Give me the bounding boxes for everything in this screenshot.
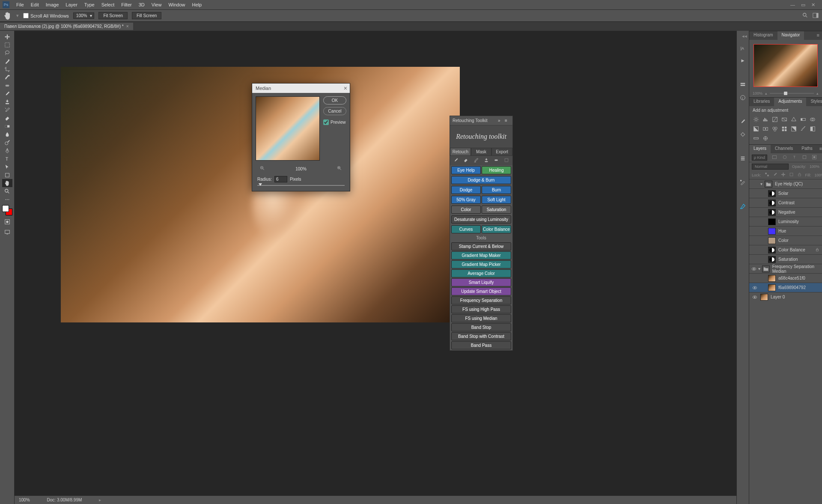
rt-frequency-separation-button[interactable]: Frequency Separation: [451, 296, 511, 304]
layer-row[interactable]: ▾Frequency Separation Median: [749, 264, 822, 273]
rt-patch-icon[interactable]: [504, 158, 509, 164]
strip-expand-icon[interactable]: ◂◂: [742, 33, 747, 39]
tab-histogram[interactable]: Histogram: [749, 31, 777, 40]
tab-navigator[interactable]: Navigator: [777, 31, 804, 40]
rt-brush-icon[interactable]: [453, 158, 459, 164]
adj-photo-filter-icon[interactable]: [762, 125, 769, 132]
rt-band-pass-button[interactable]: Band Pass: [451, 341, 511, 349]
rt-fs-highpass-button[interactable]: FS using High Pass: [451, 305, 511, 313]
layers-menu-icon[interactable]: ≡: [817, 145, 822, 153]
tab-adjustments[interactable]: Adjustments: [774, 98, 806, 106]
layer-row[interactable]: Color: [749, 236, 822, 245]
opacity-value[interactable]: 100%: [810, 164, 819, 169]
adj-color-lookup-icon[interactable]: [781, 125, 788, 132]
move-tool[interactable]: [2, 33, 12, 41]
foreground-color[interactable]: [2, 205, 9, 212]
rt-menu-icon[interactable]: ≡: [505, 118, 510, 123]
window-close-icon[interactable]: ✕: [811, 2, 815, 8]
brush-tool[interactable]: [2, 89, 12, 98]
eraser-tool[interactable]: [2, 114, 12, 122]
scroll-all-checkbox[interactable]: Scroll All Windows: [23, 13, 69, 18]
rt-stamp-current-button[interactable]: Stamp Current & Below: [451, 242, 511, 251]
strip-history-icon[interactable]: [740, 155, 746, 162]
pen-tool[interactable]: [2, 146, 12, 155]
rt-desaturate-button[interactable]: Desaturate using Luminosity: [451, 215, 511, 224]
magic-wand-tool[interactable]: [2, 57, 12, 65]
rt-gradient-picker-button[interactable]: Gradient Map Picker: [451, 260, 511, 268]
strip-properties-icon[interactable]: [740, 82, 746, 89]
adj-threshold-icon[interactable]: [809, 125, 816, 132]
tab-paths[interactable]: Paths: [797, 145, 817, 153]
type-tool[interactable]: T: [2, 155, 12, 163]
layer-row[interactable]: Luminosity: [749, 217, 822, 226]
rt-smart-liquify-button[interactable]: Smart Liquify: [451, 278, 511, 286]
preview-checkbox[interactable]: Preview: [323, 119, 346, 125]
layer-name[interactable]: Eye Help (QC): [775, 182, 803, 186]
adj-selective-color-icon[interactable]: [762, 135, 769, 142]
spot-healing-tool[interactable]: [2, 81, 12, 89]
rt-band-stop-button[interactable]: Band Stop: [451, 323, 511, 331]
layer-name[interactable]: f6a698904792: [778, 285, 806, 290]
menu-edit[interactable]: Edit: [27, 0, 42, 9]
fill-value[interactable]: 100%: [815, 173, 822, 177]
rt-curves-button[interactable]: Curves: [451, 225, 481, 233]
layer-row[interactable]: a68c4ace51f0: [749, 273, 822, 283]
filter-image-icon[interactable]: [772, 155, 777, 161]
layer-name[interactable]: Solar: [778, 191, 788, 196]
gradient-tool[interactable]: [2, 122, 12, 130]
lock-all-icon[interactable]: [797, 172, 802, 178]
layer-name[interactable]: Contrast: [778, 200, 795, 205]
rt-softlight-button[interactable]: Soft Light: [482, 196, 511, 204]
layer-row[interactable]: Contrast: [749, 198, 822, 207]
layer-row[interactable]: Color Balance: [749, 245, 822, 254]
menu-view[interactable]: View: [148, 0, 165, 9]
navigator-zoom-in-icon[interactable]: ▴: [816, 91, 819, 95]
adj-gradient-map-icon[interactable]: [753, 135, 759, 142]
layer-name[interactable]: Negative: [778, 210, 795, 215]
strip-info-icon[interactable]: i: [740, 95, 746, 101]
layer-name[interactable]: Color: [778, 238, 789, 243]
strip-brushes-icon[interactable]: [740, 131, 746, 138]
adj-posterize-icon[interactable]: [800, 125, 807, 132]
layer-row[interactable]: Solar: [749, 188, 822, 198]
layer-group-chevron[interactable]: ▾: [760, 182, 765, 186]
adj-exposure-icon[interactable]: [781, 116, 788, 123]
filter-shape-icon[interactable]: [802, 155, 807, 161]
adj-brightness-icon[interactable]: [753, 116, 759, 123]
filter-adjustment-icon[interactable]: [782, 155, 787, 161]
rt-healing-button[interactable]: Healing: [482, 166, 511, 174]
rt-tab-export[interactable]: Export: [491, 148, 512, 156]
quick-mask-toggle[interactable]: [2, 218, 12, 226]
rt-dodge-burn-button[interactable]: Dodge & Burn: [451, 176, 511, 184]
rt-color-button[interactable]: Color: [451, 206, 481, 214]
navigator-preview[interactable]: [754, 44, 818, 87]
menu-type[interactable]: Type: [81, 0, 98, 9]
path-selection-tool[interactable]: [2, 163, 12, 171]
fill-screen-button[interactable]: Fill Screen: [132, 12, 161, 19]
blend-mode-dropdown[interactable]: Normal: [752, 164, 789, 170]
fit-screen-button[interactable]: Fit Screen: [98, 12, 128, 19]
layer-name[interactable]: Color Balance: [778, 248, 805, 252]
rt-50gray-button[interactable]: 50% Gray: [451, 196, 481, 204]
menu-select[interactable]: Select: [98, 0, 118, 9]
document-tab[interactable]: Павел Шаповалов (2).jpg @ 100% (f6a69890…: [0, 23, 133, 30]
rt-update-smart-object-button[interactable]: Update Smart Object: [451, 287, 511, 295]
rt-dodge-button[interactable]: Dodge: [451, 186, 481, 194]
zoom-in-icon[interactable]: [337, 166, 342, 172]
dodge-tool[interactable]: [2, 138, 12, 146]
rt-fs-median-button[interactable]: FS using Median: [451, 314, 511, 322]
rt-burn-button[interactable]: Burn: [482, 186, 511, 194]
crop-tool[interactable]: [2, 65, 12, 73]
dialog-preview-image[interactable]: [256, 96, 320, 161]
menu-3d[interactable]: 3D: [135, 0, 148, 9]
radius-slider[interactable]: [257, 185, 345, 186]
lasso-tool[interactable]: [2, 49, 12, 57]
filter-smart-icon[interactable]: [812, 155, 817, 161]
strip-rt-icon[interactable]: [740, 203, 746, 210]
shape-tool[interactable]: [2, 171, 12, 179]
layer-row[interactable]: f6a698904792: [749, 283, 822, 292]
tab-channels[interactable]: Channels: [771, 145, 797, 153]
tab-styles[interactable]: Styles: [806, 98, 822, 106]
lock-image-icon[interactable]: [773, 172, 777, 178]
strip-tool-presets-icon[interactable]: [740, 179, 746, 186]
